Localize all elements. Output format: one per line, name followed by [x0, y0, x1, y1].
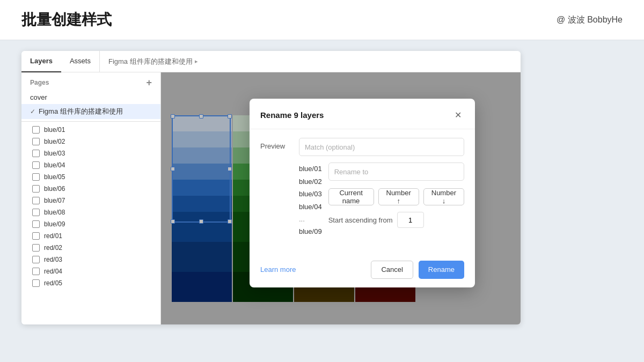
ascending-row: Start ascending from [328, 212, 464, 228]
preview-item-2: blue/02 [299, 175, 322, 188]
add-page-button[interactable]: + [146, 78, 152, 87]
layer-blue-02[interactable]: blue/02 [21, 136, 160, 147]
layer-red-04[interactable]: red/04 [21, 265, 160, 277]
layer-label: red/03 [44, 256, 62, 263]
tab-layers[interactable]: Layers [21, 51, 61, 72]
modal-title: Rename 9 layers [260, 110, 324, 120]
pages-header: Pages + [21, 72, 160, 91]
layer-label: blue/04 [44, 161, 65, 169]
layer-icon [32, 161, 40, 169]
layer-label: blue/02 [44, 138, 65, 145]
layer-icon [32, 232, 40, 240]
preview-input-area [299, 138, 464, 156]
sidebar-divider [21, 121, 160, 122]
layer-label: red/05 [44, 279, 62, 287]
breadcrumb-text: Figma 组件库的搭建和使用 [108, 57, 193, 67]
breadcrumb: Figma 组件库的搭建和使用 ▸ [99, 51, 207, 72]
layer-blue-04[interactable]: blue/04 [21, 159, 160, 171]
layer-label: blue/06 [44, 185, 65, 193]
figma-panel: Layers Assets Figma 组件库的搭建和使用 ▸ Pages + … [21, 51, 521, 324]
layer-red-02[interactable]: red/02 [21, 242, 160, 254]
layer-icon [32, 185, 40, 193]
rename-button[interactable]: Rename [419, 261, 464, 279]
layer-label: blue/07 [44, 197, 65, 204]
preview-item-4: blue/04 [299, 201, 322, 213]
modal-body: Preview blue/01 blue/02 [250, 129, 475, 254]
btn-number-asc[interactable]: Number ↑ [378, 188, 419, 205]
layer-icon [32, 197, 40, 204]
page-figma-label: Figma 组件库的搭建和使用 [39, 107, 123, 116]
preview-label: Preview [260, 138, 292, 150]
preview-item-last: blue/09 [299, 225, 322, 238]
preview-row: Preview [260, 138, 464, 156]
layer-red-01[interactable]: red/01 [21, 230, 160, 242]
layer-label: red/04 [44, 268, 62, 275]
modal-close-button[interactable]: ✕ [451, 108, 464, 121]
btn-number-desc[interactable]: Number ↓ [423, 188, 464, 205]
layer-label: blue/09 [44, 220, 65, 228]
page-title: 批量创建样式 [21, 10, 112, 30]
cancel-button[interactable]: Cancel [371, 261, 413, 279]
layer-icon [32, 173, 40, 181]
layer-icon [32, 150, 40, 157]
rename-to-input[interactable] [328, 162, 464, 181]
btn-current-name[interactable]: Current name [328, 188, 374, 205]
sidebar-page-figma[interactable]: ✓ Figma 组件库的搭建和使用 [21, 104, 160, 119]
preview-list: blue/01 blue/02 blue/03 blue/04 ... blue… [299, 162, 322, 238]
modal-footer: Learn more Cancel Rename [250, 254, 475, 287]
layer-icon [32, 244, 40, 252]
layer-label: blue/08 [44, 209, 65, 216]
layer-blue-03[interactable]: blue/03 [21, 147, 160, 159]
match-input[interactable] [299, 138, 464, 156]
layer-label: blue/01 [44, 126, 65, 134]
canvas-area: Rename 9 layers ✕ Preview [161, 72, 521, 324]
page-cover-label: cover [30, 93, 47, 101]
layer-blue-06[interactable]: blue/06 [21, 183, 160, 195]
pages-label: Pages [30, 79, 49, 86]
preview-dots: ... [299, 213, 322, 225]
tab-assets[interactable]: Assets [61, 51, 99, 72]
layer-label: blue/03 [44, 150, 65, 157]
preview-item-1: blue/01 [299, 162, 322, 175]
user-info: @ 波波 BobbyHe [557, 14, 623, 26]
layer-icon [32, 279, 40, 287]
layer-blue-01[interactable]: blue/01 [21, 124, 160, 136]
breadcrumb-arrow-icon: ▸ [195, 58, 198, 65]
preview-item-3: blue/03 [299, 188, 322, 200]
layer-label: red/02 [44, 244, 62, 252]
sidebar-page-cover[interactable]: cover [21, 91, 160, 104]
ascending-label: Start ascending from [328, 216, 393, 224]
layer-blue-09[interactable]: blue/09 [21, 218, 160, 230]
layer-blue-05[interactable]: blue/05 [21, 171, 160, 183]
learn-more-link[interactable]: Learn more [260, 265, 296, 274]
layer-icon [32, 138, 40, 145]
content-area: Layers Assets Figma 组件库的搭建和使用 ▸ Pages + … [0, 40, 644, 335]
layer-icon [32, 256, 40, 263]
figma-body: Pages + cover ✓ Figma 组件库的搭建和使用 blue/01 [21, 72, 521, 324]
layer-label: red/01 [44, 232, 62, 240]
layer-red-03[interactable]: red/03 [21, 254, 160, 265]
ascending-input[interactable] [397, 212, 424, 228]
footer-buttons: Cancel Rename [371, 261, 464, 279]
layer-icon [32, 126, 40, 134]
btn-group-name-number: Current name Number ↑ Number ↓ [328, 188, 464, 205]
sidebar: Pages + cover ✓ Figma 组件库的搭建和使用 blue/01 [21, 72, 161, 324]
layer-icon [32, 268, 40, 275]
layer-blue-07[interactable]: blue/07 [21, 195, 160, 206]
layer-blue-08[interactable]: blue/08 [21, 206, 160, 218]
figma-topbar: Layers Assets Figma 组件库的搭建和使用 ▸ [21, 51, 521, 72]
modal-header: Rename 9 layers ✕ [250, 99, 475, 129]
layer-icon [32, 220, 40, 228]
header: 批量创建样式 @ 波波 BobbyHe [0, 0, 644, 40]
rename-layers-modal: Rename 9 layers ✕ Preview [250, 99, 475, 287]
check-icon: ✓ [30, 108, 35, 115]
layer-icon [32, 209, 40, 216]
layer-red-05[interactable]: red/05 [21, 277, 160, 289]
layer-label: blue/05 [44, 173, 65, 181]
